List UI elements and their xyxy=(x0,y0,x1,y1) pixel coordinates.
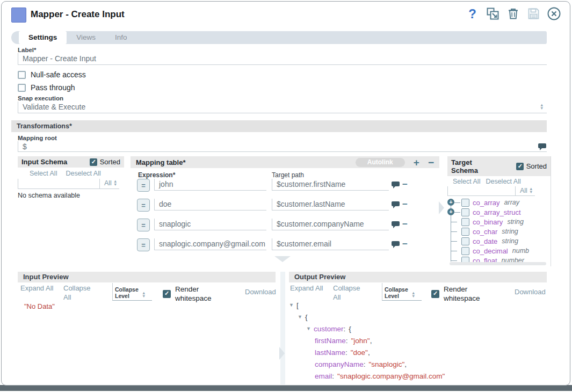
json-separator: : xyxy=(345,349,347,357)
delete-mapping-row-icon[interactable]: − xyxy=(402,239,408,249)
close-icon[interactable] xyxy=(547,6,561,21)
target-path-input[interactable]: $customer.firstName xyxy=(272,179,389,191)
tree-item-checkbox[interactable] xyxy=(461,199,469,207)
pass-through-checkbox[interactable] xyxy=(18,84,26,92)
add-row-button[interactable]: + xyxy=(414,157,419,168)
input-schema-filter[interactable]: All xyxy=(99,179,119,189)
preview-splitter[interactable] xyxy=(280,272,285,384)
input-collapse-level-spinner-icon[interactable] xyxy=(142,292,146,298)
tree-item-name[interactable]: co_array_struct xyxy=(473,208,521,216)
pass-through-row: Pass through xyxy=(18,83,75,92)
collapse-node-icon[interactable]: ▼ xyxy=(298,314,302,320)
tab-settings[interactable]: Settings xyxy=(19,31,67,44)
json-separator: : xyxy=(364,360,366,368)
mapping-root-comment-icon[interactable] xyxy=(538,143,546,153)
json-value: "snaplogic" xyxy=(369,360,405,368)
tab-info[interactable]: Info xyxy=(105,31,137,44)
expand-node-icon[interactable] xyxy=(447,208,454,215)
collapse-node-icon[interactable]: ▼ xyxy=(289,302,294,308)
tree-item-checkbox[interactable] xyxy=(461,247,469,255)
delete-mapping-row-icon[interactable]: − xyxy=(402,220,408,229)
target-path-input[interactable]: $customer.lastName xyxy=(272,199,389,210)
target-path-input[interactable]: $customer.email xyxy=(272,238,389,250)
target-schema-search-input[interactable] xyxy=(447,186,515,196)
target-schema-filter[interactable]: All xyxy=(515,186,535,196)
input-schema-empty-message: No schema available xyxy=(18,192,124,199)
snap-execution-spinner-icon[interactable] xyxy=(540,104,544,110)
target-path-input[interactable]: $customer.companyName xyxy=(272,219,389,230)
input-expand-all[interactable]: Expand All xyxy=(20,284,54,293)
expression-toggle-button[interactable]: = xyxy=(137,179,150,192)
tree-item-checkbox[interactable] xyxy=(461,208,469,216)
output-expand-all[interactable]: Expand All xyxy=(290,284,323,293)
json-key: email xyxy=(315,372,332,380)
target-schema-filter-value: All xyxy=(520,187,527,194)
target-comment-icon[interactable] xyxy=(392,221,400,230)
tree-item-name[interactable]: co_decimal xyxy=(473,247,508,255)
expression-input[interactable]: john xyxy=(154,179,266,191)
output-collapse-level[interactable]: Collapse Level xyxy=(382,283,422,301)
expression-input[interactable]: doe xyxy=(154,199,266,210)
input-collapse-all[interactable]: Collapse All xyxy=(63,284,97,302)
expression-toggle-button[interactable]: = xyxy=(137,219,150,231)
target-comment-icon[interactable] xyxy=(392,241,400,250)
mapping-root-input[interactable]: $ xyxy=(18,141,547,152)
label-field-input[interactable]: Mapper - Create Input xyxy=(18,53,547,65)
json-value: "snaplogic.company@gmail.com" xyxy=(337,372,445,380)
tree-item: co_array_struct xyxy=(447,207,551,217)
input-schema-search-input[interactable] xyxy=(18,179,99,189)
snap-execution-select[interactable]: Validate & Execute xyxy=(18,101,547,113)
remove-row-button[interactable]: − xyxy=(428,157,434,168)
collapse-section-handle-icon[interactable] xyxy=(274,256,291,262)
tree-item-checkbox[interactable] xyxy=(461,228,469,236)
preview-splitter-handle-icon[interactable] xyxy=(279,347,285,360)
tree-item-checkbox[interactable] xyxy=(461,218,469,226)
input-collapse-level[interactable]: Collapse Level xyxy=(112,283,152,301)
json-bracket: { xyxy=(349,325,351,333)
output-collapse-level-spinner-icon[interactable] xyxy=(411,292,415,298)
collapse-node-icon[interactable]: ▼ xyxy=(306,326,311,331)
delete-mapping-row-icon[interactable]: − xyxy=(402,180,408,189)
input-schema-deselect-all[interactable]: Deselect All xyxy=(66,170,100,177)
target-schema-tree: co_array array co_array_struct co_binary… xyxy=(447,198,551,265)
transformations-header: Transformations* xyxy=(11,120,547,132)
output-render-whitespace-checkbox[interactable] xyxy=(431,290,439,298)
target-comment-icon[interactable] xyxy=(392,201,400,210)
tree-item: co_date string xyxy=(447,236,551,246)
input-render-whitespace-checkbox[interactable] xyxy=(163,290,171,298)
tree-item-name[interactable]: co_char xyxy=(473,228,497,236)
expression-input[interactable]: snaplogic.company@gmail.com xyxy=(154,238,266,250)
output-collapse-level-label: Collapse Level xyxy=(385,286,411,300)
tree-horizontal-scrollbar[interactable] xyxy=(450,262,546,265)
expression-input[interactable]: snaplogic xyxy=(154,219,266,230)
null-safe-checkbox[interactable] xyxy=(18,71,26,79)
duplicate-icon[interactable] xyxy=(486,6,500,21)
help-icon[interactable]: ? xyxy=(465,6,480,21)
json-separator: : xyxy=(332,372,334,380)
tree-item-checkbox[interactable] xyxy=(461,237,469,245)
input-schema-sorted-checkbox[interactable] xyxy=(90,158,97,166)
delete-icon[interactable] xyxy=(506,6,520,21)
expand-panel-handle-icon[interactable] xyxy=(439,201,444,214)
expression-toggle-button[interactable]: = xyxy=(137,199,150,212)
target-schema-select-all[interactable]: Select All xyxy=(453,178,480,185)
target-schema-filter-spinner-icon xyxy=(529,187,533,194)
tab-views[interactable]: Views xyxy=(67,31,105,44)
autolink-button[interactable]: Autolink xyxy=(356,158,405,167)
target-comment-icon[interactable] xyxy=(392,181,400,191)
output-download-link[interactable]: Download xyxy=(515,288,546,296)
json-key: firstName xyxy=(315,337,346,345)
delete-mapping-row-icon[interactable]: − xyxy=(402,200,408,209)
target-schema-deselect-all[interactable]: Deselect All xyxy=(486,178,520,185)
tree-item-name[interactable]: co_array xyxy=(473,199,500,207)
expression-toggle-button[interactable]: = xyxy=(137,238,150,251)
input-download-link[interactable]: Download xyxy=(245,288,276,296)
save-icon[interactable] xyxy=(526,6,541,21)
target-schema-sorted-checkbox[interactable] xyxy=(516,163,524,170)
tree-item-name[interactable]: co_date xyxy=(473,237,497,245)
input-schema-panel: Input Schema Sorted Select All Deselect … xyxy=(18,156,124,199)
tree-item-name[interactable]: co_binary xyxy=(473,218,503,226)
input-schema-select-all[interactable]: Select All xyxy=(30,170,57,177)
input-render-whitespace-row: Render whitespace xyxy=(163,285,220,303)
expand-node-icon[interactable] xyxy=(447,199,454,206)
